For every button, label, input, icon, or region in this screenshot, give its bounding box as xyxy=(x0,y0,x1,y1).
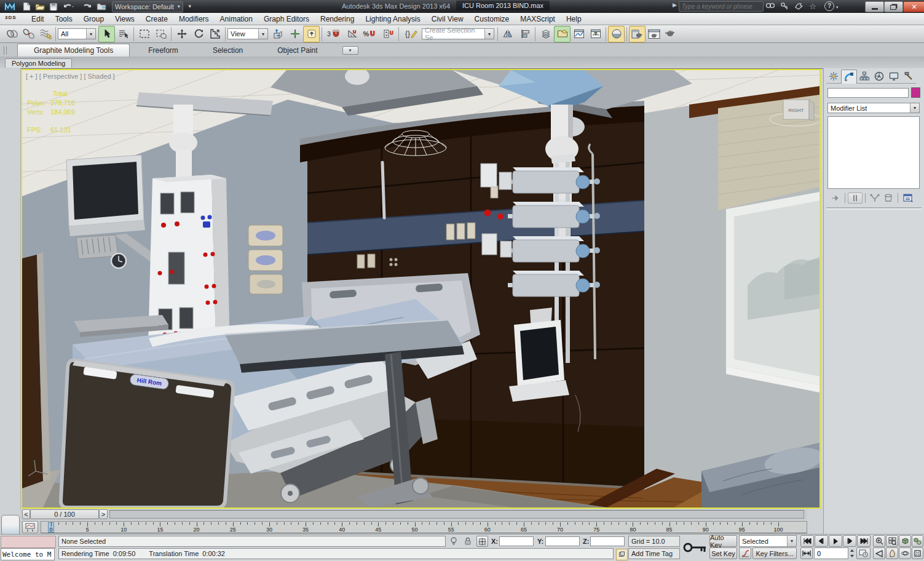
menu-civil-view[interactable]: Civil View xyxy=(426,14,469,25)
auto-key-button[interactable]: Auto Key xyxy=(709,535,737,547)
frame-spinner[interactable] xyxy=(849,547,855,559)
menu-modifiers[interactable]: Modifiers xyxy=(173,14,215,25)
keyboard-shortcut-override-toggle[interactable] xyxy=(303,26,320,42)
infocenter-expand-icon[interactable]: ▶ xyxy=(673,2,677,8)
menu-maxscript[interactable]: MAXScript xyxy=(515,14,561,25)
undo-button[interactable] xyxy=(61,1,77,12)
menu-create[interactable]: Create xyxy=(140,14,173,25)
reference-coordinate-system-dropdown[interactable]: View ▾ xyxy=(227,28,268,39)
workspace-dropdown[interactable]: Workspace: Default ▾ xyxy=(112,1,183,12)
maxscript-mini-listener[interactable]: Welcome to M xyxy=(1,548,55,560)
menu-views[interactable]: Views xyxy=(109,14,140,25)
next-frame-slider-button[interactable]: > xyxy=(99,509,108,519)
object-name-field[interactable] xyxy=(827,88,909,98)
window-crossing-icon[interactable] xyxy=(152,26,169,42)
material-editor-icon[interactable] xyxy=(608,26,625,42)
manage-layers-icon[interactable] xyxy=(537,26,554,42)
favorites-star-icon[interactable]: ☆ xyxy=(807,1,819,12)
zoom-button[interactable] xyxy=(873,535,885,547)
open-mini-curve-editor-button[interactable] xyxy=(22,521,38,533)
tab-display[interactable] xyxy=(886,70,901,84)
pin-stack-icon[interactable] xyxy=(829,193,842,204)
menu-graph-editors[interactable]: Graph Editors xyxy=(258,14,315,25)
next-frame-button[interactable] xyxy=(843,535,856,547)
max-logo-icon[interactable] xyxy=(1,1,19,12)
pan-view-button[interactable] xyxy=(886,547,898,559)
zoom-extents-all-button[interactable] xyxy=(912,535,923,547)
tab-utilities[interactable] xyxy=(901,70,916,84)
menu-customize[interactable]: Customize xyxy=(469,14,515,25)
track-bar-ruler[interactable]: 0510152025303540455055606570758085909510… xyxy=(41,521,807,533)
tab-create[interactable] xyxy=(826,70,841,84)
mirror-icon[interactable] xyxy=(500,26,516,42)
select-and-rotate-icon[interactable] xyxy=(190,26,207,42)
curve-editor-icon[interactable] xyxy=(571,26,587,42)
select-object-button[interactable] xyxy=(98,26,115,42)
absolute-mode-transform-toggle[interactable] xyxy=(476,536,488,547)
remove-modifier-icon[interactable] xyxy=(882,193,895,204)
go-to-start-button[interactable] xyxy=(800,535,814,547)
adaptive-degradation-toggle[interactable] xyxy=(616,549,628,560)
menu-animation[interactable]: Animation xyxy=(215,14,258,25)
toggle-ribbon-button[interactable] xyxy=(554,26,571,42)
wall-keyboard-panel[interactable] xyxy=(76,235,118,259)
key-mode-toggle-button[interactable] xyxy=(800,547,813,559)
set-key-big-button[interactable] xyxy=(682,535,708,560)
current-frame-field[interactable] xyxy=(814,547,848,559)
menu-rendering[interactable]: Rendering xyxy=(315,14,360,25)
viewport-label[interactable]: [ + ] [ Perspective ] [ Shaded ] xyxy=(26,73,115,80)
zoom-extents-button[interactable] xyxy=(899,535,911,547)
x-coordinate-field[interactable] xyxy=(499,536,534,546)
schematic-view-icon[interactable] xyxy=(587,26,604,42)
ribbon-tab-freeform[interactable]: Freeform xyxy=(132,44,194,57)
previous-frame-slider-button[interactable]: < xyxy=(22,509,30,519)
time-configuration-button[interactable] xyxy=(856,547,871,559)
menu-help[interactable]: Help xyxy=(561,14,587,25)
polygon-modeling-panel-tab[interactable]: Polygon Modeling xyxy=(5,58,72,68)
percent-snap-toggle-icon[interactable]: % xyxy=(360,26,380,42)
show-end-result-icon[interactable] xyxy=(848,193,863,204)
close-button[interactable]: ✕ xyxy=(903,1,924,12)
tab-hierarchy[interactable] xyxy=(857,70,872,84)
field-of-view-button[interactable] xyxy=(873,547,885,559)
minimize-button[interactable] xyxy=(865,1,884,12)
z-coordinate-field[interactable] xyxy=(590,536,625,546)
angle-snap-toggle-icon[interactable] xyxy=(344,26,360,42)
ribbon-tab-object-paint[interactable]: Object Paint xyxy=(261,44,333,57)
key-mode-dropdown[interactable]: Selected ▾ xyxy=(739,535,797,547)
modifier-list-dropdown[interactable]: Modifier List ▾ xyxy=(827,103,920,113)
unlink-selection-icon[interactable] xyxy=(20,26,37,42)
orbit-button[interactable] xyxy=(899,547,911,559)
spinner-snap-toggle-icon[interactable] xyxy=(380,26,397,42)
zoom-all-button[interactable] xyxy=(886,535,898,547)
select-and-move-icon[interactable] xyxy=(173,26,190,42)
select-and-scale-icon[interactable] xyxy=(207,26,223,42)
ribbon-tab-graphite-modeling-tools[interactable]: Graphite Modeling Tools xyxy=(17,44,130,57)
named-selection-sets-dropdown[interactable]: Create Selection Se ▾ xyxy=(422,28,494,39)
selection-lock-toggle[interactable] xyxy=(463,536,473,546)
save-file-icon[interactable] xyxy=(47,1,60,12)
ribbon-tab-selection[interactable]: Selection xyxy=(197,44,259,57)
rendered-frame-window-icon[interactable] xyxy=(646,26,662,42)
help-dropdown-arrow[interactable]: ▾ xyxy=(836,5,839,10)
menu-group[interactable]: Group xyxy=(78,14,109,25)
use-pivot-point-icon[interactable] xyxy=(270,26,286,42)
modifier-stack-list[interactable] xyxy=(827,116,920,189)
key-filters-button[interactable]: Key Filters... xyxy=(752,547,797,559)
time-tag-field[interactable]: Add Time Tag xyxy=(628,548,680,559)
select-and-manipulate-icon[interactable] xyxy=(286,26,303,42)
snaps-toggle-3d-icon[interactable]: 3 xyxy=(324,26,344,42)
search-icon[interactable] xyxy=(764,1,776,11)
align-icon[interactable] xyxy=(516,26,533,42)
open-file-icon[interactable] xyxy=(34,1,46,12)
restore-button[interactable] xyxy=(884,1,903,12)
render-setup-icon[interactable] xyxy=(629,26,646,42)
play-button[interactable] xyxy=(829,535,842,547)
quick-access-overflow-icon[interactable]: ▼ xyxy=(184,1,196,12)
select-and-link-icon[interactable] xyxy=(4,26,20,42)
bind-to-space-warp-icon[interactable] xyxy=(37,26,53,42)
time-slider-track[interactable] xyxy=(109,510,804,519)
select-by-name-icon[interactable] xyxy=(115,26,132,42)
selection-filter-dropdown[interactable]: All ▾ xyxy=(58,28,96,39)
new-scene-icon[interactable] xyxy=(20,1,33,12)
